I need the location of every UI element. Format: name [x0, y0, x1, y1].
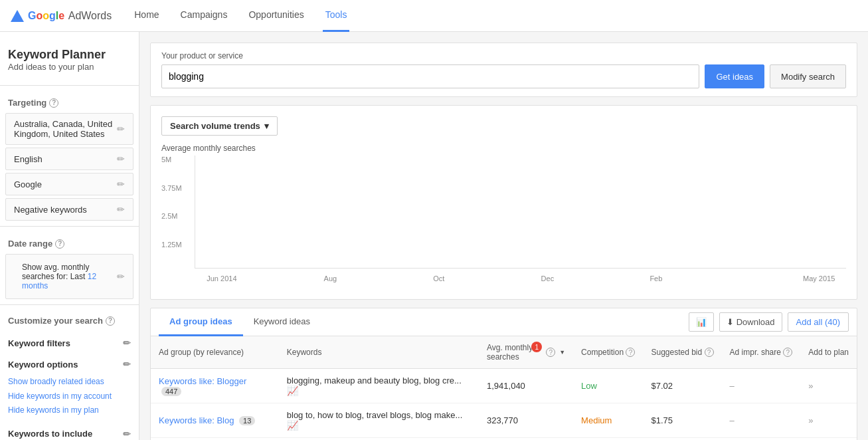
chart-x-label: Aug	[304, 275, 358, 282]
ad-group-link-1[interactable]: Keywords like: Blog 13	[159, 415, 255, 425]
col-add-to-plan: Add to plan	[800, 336, 857, 369]
sort-notification-badge: 1	[531, 342, 542, 352]
competition-help-icon[interactable]: ?	[626, 348, 635, 357]
download-button[interactable]: ⬇ Download	[719, 312, 782, 332]
add-all-button[interactable]: Add all (40)	[788, 312, 849, 332]
chart-view-button[interactable]: 📊	[689, 312, 714, 332]
tab-ad-group-ideas[interactable]: Ad group ideas	[159, 308, 243, 336]
targeting-network-item[interactable]: Google ✏	[5, 173, 133, 195]
ad-group-link-0[interactable]: Keywords like: Blogger 447	[159, 376, 246, 396]
keyword-options-header[interactable]: Keyword options ✏	[8, 356, 131, 372]
search-label: Your product or service	[161, 51, 846, 60]
trend-icon-1[interactable]: 📈	[287, 420, 298, 431]
sidebar-app-title: Keyword Planner	[0, 43, 139, 62]
hide-in-plan-link[interactable]: Hide keywords in my plan	[8, 403, 131, 418]
nav-links: Home Campaigns Opportunities Tools	[131, 0, 349, 32]
logo: Google AdWords	[11, 10, 112, 22]
targeting-location-item[interactable]: Australia, Canada, United Kingdom, Unite…	[5, 113, 133, 145]
add-to-plan-cell-0[interactable]: »	[800, 369, 857, 403]
chart-x-labels: Jun 2014AugOctDecFebMay 2015	[195, 269, 846, 288]
keywords-text-0: blogging, makeup and beauty blog, blog c…	[287, 376, 462, 385]
ad-group-count-1: 13	[239, 416, 255, 425]
targeting-negative-item[interactable]: Negative keywords ✏	[5, 198, 133, 221]
tabs-header: Ad group ideas Keyword ideas 📊 ⬇ Downloa…	[151, 308, 857, 336]
keywords-cell-1: blog to, how to blog, travel blogs, blog…	[279, 403, 479, 438]
nav-home[interactable]: Home	[131, 0, 161, 32]
nav-opportunities[interactable]: Opportunities	[246, 0, 306, 32]
download-icon: ⬇	[727, 317, 734, 327]
add-to-plan-chevron-1[interactable]: »	[808, 415, 813, 425]
keyword-filters-section: Keyword filters ✏	[0, 332, 139, 354]
keywords-to-include-section: Keywords to include ✏	[0, 423, 139, 440]
chart-y-labels: 5M 3.75M 2.5M 1.25M	[161, 156, 191, 269]
table-row: Website Builders 6 website builder, best…	[151, 438, 857, 441]
targeting-label: Targeting ?	[0, 91, 139, 110]
hide-in-account-link[interactable]: Hide keywords in my account	[8, 389, 131, 404]
targeting-help-icon[interactable]: ?	[49, 98, 58, 108]
table-container: Ad group (by relevance) Keywords Avg. mo…	[151, 336, 857, 440]
col-ad-group: Ad group (by relevance)	[151, 336, 279, 369]
keyword-options-content: Show broadly related ideas Hide keywords…	[8, 372, 131, 421]
targeting-language-text: English	[14, 154, 43, 164]
language-edit-icon[interactable]: ✏	[117, 154, 125, 164]
ad-group-cell-1: Keywords like: Blog 13	[151, 403, 279, 438]
date-range-help-icon[interactable]: ?	[55, 239, 64, 249]
adwords-wordmark: AdWords	[66, 10, 112, 22]
search-row: Get ideas Modify search	[161, 64, 846, 88]
suggested-bid-help-icon[interactable]: ?	[705, 348, 714, 357]
date-range-edit-icon[interactable]: ✏	[117, 271, 125, 282]
nav-tools[interactable]: Tools	[323, 0, 350, 32]
nav-campaigns[interactable]: Campaigns	[178, 0, 230, 32]
competition-value-1: Medium	[581, 415, 612, 425]
search-section: Your product or service Get ideas Modify…	[150, 43, 857, 97]
targeting-language-item[interactable]: English ✏	[5, 148, 133, 170]
add-to-plan-cell-2[interactable]: »	[800, 438, 857, 441]
keywords-cell-2: website builder, best website builder, e…	[279, 438, 479, 441]
competition-cell-2: High	[573, 438, 643, 441]
sidebar: Keyword Planner Add ideas to your plan T…	[0, 32, 139, 440]
customize-title: Customize your search ?	[8, 316, 131, 326]
trend-icon-0[interactable]: 📈	[287, 385, 298, 396]
suggested-bid-cell-0: $7.02	[643, 369, 721, 403]
negative-edit-icon[interactable]: ✏	[117, 204, 125, 215]
suggested-bid-cell-1: $1.75	[643, 403, 721, 438]
chart-dropdown-button[interactable]: Search volume trends ▾	[161, 116, 278, 136]
date-range-item[interactable]: Show avg. monthly searches for: Last 12 …	[5, 254, 133, 299]
sidebar-app-subtitle: Add ideas to your plan	[0, 62, 139, 80]
chart-x-label: Feb	[629, 275, 683, 282]
keywords-to-include-header[interactable]: Keywords to include ✏	[8, 426, 131, 440]
avg-monthly-help-icon[interactable]: ?	[546, 348, 555, 357]
network-edit-icon[interactable]: ✏	[117, 179, 125, 189]
ad-group-cell-2: Website Builders 6	[151, 438, 279, 441]
ad-impr-help-icon[interactable]: ?	[783, 348, 792, 357]
keyword-filters-edit-icon[interactable]: ✏	[123, 338, 131, 348]
keywords-to-include-edit-icon[interactable]: ✏	[123, 429, 131, 439]
col-ad-impr-share: Ad impr. share ?	[722, 336, 801, 369]
chart-area: 5M 3.75M 2.5M 1.25M Jun 2014AugOctDecFeb…	[161, 156, 846, 288]
ad-impr-cell-2: –	[722, 438, 801, 441]
add-to-plan-cell-1[interactable]: »	[800, 403, 857, 438]
location-edit-icon[interactable]: ✏	[117, 124, 125, 134]
tab-keyword-ideas[interactable]: Keyword ideas	[243, 308, 321, 336]
ad-impr-cell-0: –	[722, 369, 801, 403]
date-range-text: Show avg. monthly searches for: Last 12 …	[14, 260, 117, 293]
col-avg-monthly[interactable]: Avg. monthlysearches 1 ? ▼	[479, 336, 573, 369]
chart-dropdown-arrow-icon: ▾	[264, 121, 269, 131]
show-broadly-related-link[interactable]: Show broadly related ideas	[8, 375, 131, 389]
customize-help-icon[interactable]: ?	[106, 316, 115, 326]
keyword-options-section: Keyword options ✏ Show broadly related i…	[0, 354, 139, 423]
ad-impr-value-0: –	[730, 381, 735, 391]
sort-indicator-icon: ▼	[559, 349, 565, 356]
customize-section: Customize your search ?	[0, 310, 139, 332]
get-ideas-button[interactable]: Get ideas	[705, 64, 764, 88]
ad-group-count-0: 447	[161, 387, 181, 396]
targeting-network-text: Google	[14, 179, 42, 189]
chart-header: Search volume trends ▾	[161, 116, 846, 136]
google-triangle-icon	[11, 10, 24, 22]
keyword-filters-header[interactable]: Keyword filters ✏	[8, 335, 131, 351]
modify-search-button[interactable]: Modify search	[770, 64, 846, 88]
ad-group-cell-0: Keywords like: Blogger 447	[151, 369, 279, 403]
search-input[interactable]	[161, 64, 699, 88]
add-to-plan-chevron-0[interactable]: »	[808, 381, 813, 391]
keyword-options-edit-icon[interactable]: ✏	[123, 359, 131, 370]
